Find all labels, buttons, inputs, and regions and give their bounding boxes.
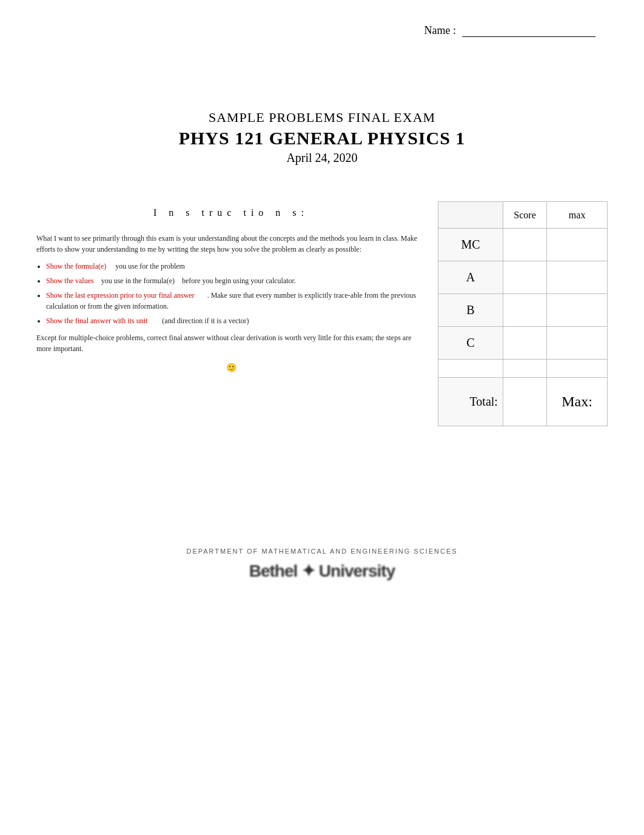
table-row-c: C	[438, 327, 608, 360]
bullet-1-red: Show the formula(e)	[46, 262, 106, 270]
total-score[interactable]	[503, 378, 546, 426]
row-score-b[interactable]	[503, 294, 546, 327]
total-label: Total:	[438, 378, 503, 426]
name-label: Name :	[424, 24, 456, 37]
bullet-2: Show the values you use in the formula(e…	[46, 275, 426, 286]
table-extra-row	[438, 360, 608, 378]
smiley-symbol: 🙂	[36, 361, 426, 374]
bullet-2-normal: you use in the formula(e) before you beg…	[96, 277, 296, 285]
page: Name : SAMPLE PROBLEMS FINAL EXAM PHYS 1…	[0, 0, 644, 835]
bullet-1-normal: you use for the problem	[108, 262, 185, 270]
table-row-a: A	[438, 261, 608, 294]
row-label-c: C	[438, 327, 503, 360]
bullet-4-red: Show the final answer with its unit	[46, 317, 147, 325]
footer: DEPARTMENT OF MATHEMATICAL AND ENGINEERI…	[36, 548, 608, 581]
extra-label	[438, 360, 503, 378]
bullet-4-normal: (and direction if it is a vector)	[149, 317, 249, 325]
table-empty-header	[438, 202, 503, 229]
instructions-bullets: Show the formula(e) you use for the prob…	[36, 261, 426, 326]
row-max-a[interactable]	[547, 261, 608, 294]
name-input-line[interactable]	[462, 25, 595, 37]
footer-logo: Bethel ✦ University	[36, 561, 608, 581]
row-score-c[interactable]	[503, 327, 546, 360]
footer-department: DEPARTMENT OF MATHEMATICAL AND ENGINEERI…	[36, 548, 608, 555]
bullet-3-red: Show the last expression prior to your f…	[46, 291, 195, 300]
extra-max	[547, 360, 608, 378]
title-section: SAMPLE PROBLEMS FINAL EXAM PHYS 121 GENE…	[36, 110, 608, 165]
title-line2: PHYS 121 GENERAL PHYSICS 1	[36, 128, 608, 149]
logo-text: Bethel ✦ University	[249, 561, 395, 581]
bullet-3: Show the last expression prior to your f…	[46, 290, 426, 312]
table-row-mc: MC	[438, 229, 608, 261]
row-label-mc: MC	[438, 229, 503, 261]
score-table: Score max MC A B	[438, 201, 608, 426]
title-date: April 24, 2020	[36, 151, 608, 165]
content-area: I n s truc tio n s: What I want to see p…	[36, 201, 608, 426]
name-field-row: Name :	[36, 24, 608, 37]
row-score-mc[interactable]	[503, 229, 546, 261]
instructions-column: I n s truc tio n s: What I want to see p…	[36, 201, 438, 374]
title-line1: SAMPLE PROBLEMS FINAL EXAM	[36, 110, 608, 126]
score-header: Score	[503, 202, 546, 229]
instructions-paragraph2: Except for multiple-choice problems, cor…	[36, 332, 426, 354]
max-label: Max:	[547, 378, 608, 426]
table-total-row: Total: Max:	[438, 378, 608, 426]
bullet-4: Show the final answer with its unit (and…	[46, 315, 426, 326]
instructions-body: What I want to see primarily through thi…	[36, 233, 426, 374]
score-table-column: Score max MC A B	[438, 201, 608, 426]
row-label-b: B	[438, 294, 503, 327]
table-row-b: B	[438, 294, 608, 327]
row-max-b[interactable]	[547, 294, 608, 327]
row-score-a[interactable]	[503, 261, 546, 294]
extra-score	[503, 360, 546, 378]
max-header: max	[547, 202, 608, 229]
row-max-c[interactable]	[547, 327, 608, 360]
bullet-1: Show the formula(e) you use for the prob…	[46, 261, 426, 272]
instructions-paragraph1: What I want to see primarily through thi…	[36, 233, 426, 255]
row-label-a: A	[438, 261, 503, 294]
bullet-2-red: Show the values	[46, 277, 94, 285]
row-max-mc[interactable]	[547, 229, 608, 261]
instructions-heading: I n s truc tio n s:	[36, 207, 426, 218]
